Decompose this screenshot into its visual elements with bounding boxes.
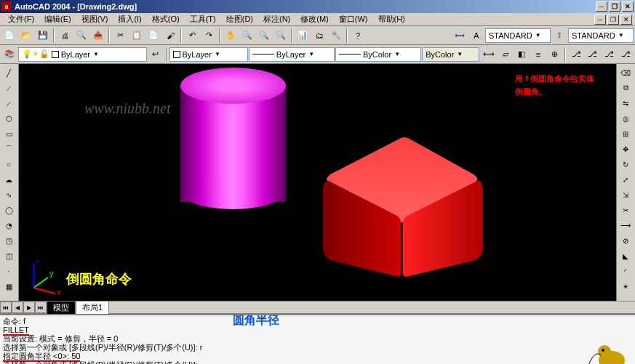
tp-icon[interactable]: 🔧 <box>328 28 344 44</box>
ellipse-icon[interactable]: ◯ <box>1 203 16 217</box>
dist-icon[interactable]: ⟷ <box>481 46 497 62</box>
redo-icon[interactable]: ↷ <box>201 28 217 44</box>
arc-icon[interactable]: ⌒ <box>1 142 16 156</box>
dim-style-dropdown[interactable]: STANDARD▼ <box>568 28 634 43</box>
publish-icon[interactable]: 📤 <box>90 28 106 44</box>
tab-next-icon[interactable]: ▶ <box>23 302 35 313</box>
maximize-button[interactable]: ❐ <box>609 1 620 12</box>
layer-mgr-icon[interactable]: 📚 <box>1 46 17 62</box>
doc-maximize-button[interactable]: ❐ <box>607 15 619 25</box>
spline-icon[interactable]: ∿ <box>1 187 16 202</box>
modify-toolbar: ⌫ ⧉ ⇋ ◎ ⊞ ✥ ↻ ⤢ ⇲ ✂ ⟶ ⊘ ◣ ◜ ✴ <box>616 64 635 301</box>
tab-first-icon[interactable]: ⏮ <box>0 302 12 313</box>
ucs-icon[interactable]: ⎇ <box>568 46 584 62</box>
area-icon[interactable]: ▱ <box>498 46 514 62</box>
cut-icon[interactable]: ✂ <box>112 28 128 44</box>
ellipsearc-icon[interactable]: ◔ <box>1 218 16 232</box>
dc-icon[interactable]: 🗂 <box>311 28 327 44</box>
line-icon[interactable]: ╱ <box>1 65 16 80</box>
zoom-win-icon[interactable]: 🔍 <box>256 28 272 44</box>
copy2-icon[interactable]: ⧉ <box>618 81 633 95</box>
menu-help[interactable]: 帮助(H) <box>373 12 410 26</box>
mirror-icon[interactable]: ⇋ <box>618 96 633 110</box>
open-icon[interactable]: 📂 <box>18 28 34 44</box>
ucs2-icon[interactable]: ⎇ <box>585 46 601 62</box>
polygon-icon[interactable]: ⬡ <box>1 111 16 126</box>
drawing-viewport[interactable]: www.niubb.net <box>19 64 616 301</box>
rect-icon[interactable]: ▭ <box>1 126 16 141</box>
erase-icon[interactable]: ⌫ <box>618 65 633 80</box>
pan-icon[interactable]: ✋ <box>223 28 239 44</box>
anno-line2: 倒圆角。 <box>515 86 594 99</box>
insert-icon[interactable]: ◳ <box>1 233 16 248</box>
dim-icon[interactable] <box>452 28 468 44</box>
plotstyle-dropdown[interactable]: ByColor▼ <box>422 47 479 62</box>
text-style-dropdown[interactable]: STANDARD▼ <box>485 28 551 43</box>
break-icon[interactable]: ⊘ <box>618 233 633 248</box>
tab-model[interactable]: 模型 <box>47 301 76 315</box>
menu-draw[interactable]: 绘图(D) <box>221 12 258 26</box>
help-icon[interactable]: ? <box>350 28 366 44</box>
rotate-icon[interactable]: ↻ <box>618 157 633 171</box>
region-icon[interactable]: ◧ <box>514 46 530 62</box>
print-icon[interactable]: 🖨 <box>57 28 73 44</box>
fillet-icon[interactable]: ◜ <box>618 264 633 278</box>
block-icon[interactable]: ◫ <box>1 248 16 263</box>
scale-icon[interactable]: ⤢ <box>618 172 633 187</box>
array-icon[interactable]: ⊞ <box>618 126 633 141</box>
command-window[interactable]: 圆角半径 命令: f FILLET 当前设置: 模式 = 修剪，半径 = 0 选… <box>0 314 635 364</box>
dim-style-icon[interactable]: ⟟ <box>551 28 567 44</box>
paste-icon[interactable]: 📄 <box>145 28 161 44</box>
zoom-rt-icon[interactable]: 🔍 <box>239 28 255 44</box>
zoom-prev-icon[interactable]: 🔍 <box>273 28 289 44</box>
undo-icon[interactable]: ↶ <box>184 28 200 44</box>
layer-dropdown[interactable]: 💡 ☀ 🔓 ByLayer ▼ <box>18 47 147 62</box>
close-button[interactable]: ✕ <box>622 1 634 12</box>
circle-icon[interactable]: ○ <box>1 157 16 171</box>
chamfer-icon[interactable]: ◣ <box>618 248 633 263</box>
offset-icon[interactable]: ◎ <box>618 111 633 126</box>
move-icon[interactable]: ✥ <box>618 142 633 156</box>
save-icon[interactable]: 💾 <box>35 28 51 44</box>
pline-icon[interactable]: ⟋ <box>1 96 16 110</box>
linetype-dropdown[interactable]: ByLayer▼ <box>249 47 335 62</box>
ucs3-icon[interactable]: ⎇ <box>602 46 618 62</box>
color-value: ByLayer <box>183 50 212 59</box>
text-icon[interactable]: A <box>468 28 484 44</box>
properties-icon[interactable]: 📊 <box>295 28 311 44</box>
menu-modify[interactable]: 修改(M) <box>295 12 334 26</box>
tab-prev-icon[interactable]: ◀ <box>12 302 23 313</box>
list-icon[interactable]: ≡ <box>530 46 546 62</box>
color-dropdown[interactable]: ByLayer▼ <box>169 47 248 62</box>
menu-insert[interactable]: 插入(I) <box>113 12 146 26</box>
preview-icon[interactable]: 🔍 <box>73 28 89 44</box>
doc-close-button[interactable]: ✕ <box>620 15 632 25</box>
menu-dimension[interactable]: 标注(N) <box>258 12 295 26</box>
revcloud-icon[interactable]: ☁ <box>1 172 16 187</box>
lock-icon: 🔓 <box>39 49 49 59</box>
doc-minimize-button[interactable]: ─ <box>594 15 606 25</box>
tab-last-icon[interactable]: ⏭ <box>35 302 47 313</box>
menu-format[interactable]: 格式(O) <box>147 12 185 26</box>
copy-icon[interactable]: 📋 <box>129 28 145 44</box>
match-icon[interactable]: 🖌 <box>162 28 178 44</box>
layer-prev-icon[interactable]: ↩ <box>148 46 164 62</box>
new-icon[interactable]: 📄 <box>1 28 17 44</box>
menu-tools[interactable]: 工具(T) <box>185 12 221 26</box>
ucs4-icon[interactable]: ⎇ <box>618 46 634 62</box>
xline-icon[interactable]: ⟋ <box>1 81 16 95</box>
stretch-icon[interactable]: ⇲ <box>618 187 633 202</box>
menu-edit[interactable]: 编辑(E) <box>39 12 76 26</box>
menu-window[interactable]: 窗口(W) <box>334 12 373 26</box>
point-icon[interactable]: · <box>1 264 16 278</box>
explode-icon[interactable]: ✴ <box>618 279 633 294</box>
tab-layout1[interactable]: 布局1 <box>76 301 109 315</box>
lineweight-dropdown[interactable]: ByColor▼ <box>335 47 421 62</box>
extend-icon[interactable]: ⟶ <box>618 218 633 232</box>
menu-file[interactable]: 文件(F) <box>3 12 39 26</box>
minimize-button[interactable]: ─ <box>596 1 607 12</box>
menu-view[interactable]: 视图(V) <box>76 12 113 26</box>
id-icon[interactable]: ⊕ <box>547 46 563 62</box>
hatch-icon[interactable]: ▦ <box>1 279 16 294</box>
trim-icon[interactable]: ✂ <box>618 203 633 217</box>
